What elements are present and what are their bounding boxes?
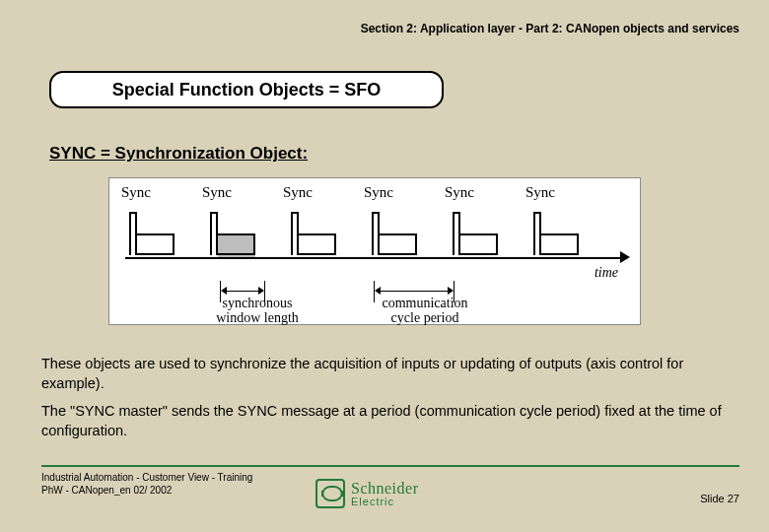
logo-text-bottom: Electric <box>351 497 418 507</box>
time-label: time <box>594 265 618 281</box>
time-axis <box>125 257 624 259</box>
sync-pulse: Sync <box>210 212 277 255</box>
sync-pulse: Sync <box>291 212 358 255</box>
footer-line2: PhW - CANopen_en 02/ 2002 <box>41 484 252 497</box>
slide-number: Slide 27 <box>700 493 739 504</box>
sync-pulse: Sync <box>453 212 520 255</box>
footer-rule <box>41 465 739 467</box>
sync-pulse: Sync <box>533 212 600 255</box>
measure-label-1: synchronouswindow length <box>198 297 316 325</box>
logo-text-top: Schneider <box>351 481 418 497</box>
title-text: Special Function Objects = SFO <box>112 80 382 100</box>
measure-label-2: communicationcycle period <box>356 297 494 325</box>
footer-left: Industrial Automation - Customer View - … <box>41 471 252 497</box>
subheading: SYNC = Synchronization Object: <box>49 144 308 164</box>
sync-label: Sync <box>273 184 322 201</box>
sync-diagram: Sync Sync Sync Sync Sync Sync time synch… <box>108 177 641 325</box>
pulse-row: Sync Sync Sync Sync Sync Sync <box>129 212 620 261</box>
sync-label: Sync <box>435 184 484 201</box>
sync-label: Sync <box>111 184 161 201</box>
sync-pulse: Sync <box>129 212 196 255</box>
time-arrow-icon <box>620 251 630 263</box>
sync-label: Sync <box>354 184 403 201</box>
section-header: Section 2: Application layer - Part 2: C… <box>0 22 739 35</box>
sync-pulse: Sync <box>372 212 439 255</box>
sync-label: Sync <box>516 184 565 201</box>
schneider-logo: Schneider Electric <box>315 475 463 512</box>
footer-line1: Industrial Automation - Customer View - … <box>41 471 252 484</box>
title-box: Special Function Objects = SFO <box>49 71 444 108</box>
logo-icon <box>315 479 345 508</box>
paragraph-1: These objects are used to synchronize th… <box>41 355 730 393</box>
sync-label: Sync <box>192 184 242 201</box>
paragraph-2: The "SYNC master" sends the SYNC message… <box>41 402 730 440</box>
